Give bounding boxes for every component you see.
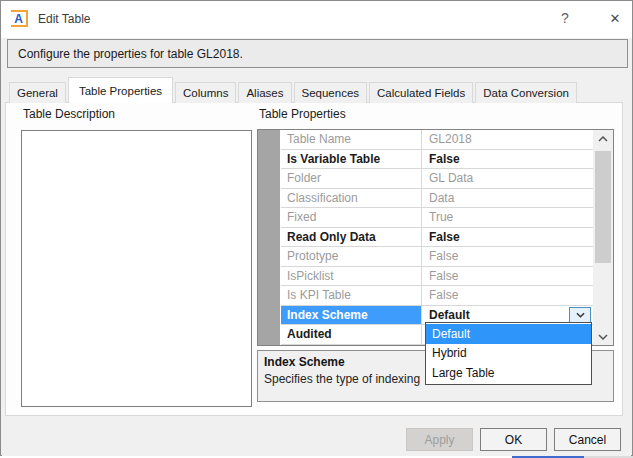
scroll-up-icon[interactable] xyxy=(593,130,613,147)
close-icon[interactable]: ✕ xyxy=(599,1,631,35)
info-text: Configure the properties for table GL201… xyxy=(18,47,243,61)
property-row-is-variable-table[interactable]: Is Variable TableFalse xyxy=(281,150,593,170)
property-value: False xyxy=(422,247,593,266)
scrollbar-thumb[interactable] xyxy=(595,151,611,263)
property-row-classification: ClassificationData xyxy=(281,189,593,209)
cancel-button[interactable]: Cancel xyxy=(554,428,621,451)
property-name: Audited xyxy=(281,325,422,344)
property-row-folder: FolderGL Data xyxy=(281,169,593,189)
property-name: Is Variable Table xyxy=(281,150,422,169)
property-value[interactable]: False xyxy=(422,150,593,169)
property-name: IsPicklist xyxy=(281,267,422,286)
property-name: Table Name xyxy=(281,130,422,149)
tab-aliases[interactable]: Aliases xyxy=(238,82,291,103)
table-properties-label: Table Properties xyxy=(259,107,346,121)
property-row-read-only-data[interactable]: Read Only DataFalse xyxy=(281,228,593,248)
property-value: False xyxy=(422,286,593,305)
property-name: Folder xyxy=(281,169,422,188)
property-value: True xyxy=(422,208,593,227)
title-bar[interactable]: A Edit Table ? ✕ xyxy=(1,1,632,38)
property-name: Classification xyxy=(281,189,422,208)
property-name: Is KPI Table xyxy=(281,286,422,305)
property-name: Prototype xyxy=(281,247,422,266)
property-name: Index Scheme xyxy=(281,306,422,325)
table-description-input[interactable] xyxy=(21,130,252,407)
tab-general[interactable]: General xyxy=(9,82,66,103)
property-row-fixed: FixedTrue xyxy=(281,208,593,228)
property-value: Data xyxy=(422,189,593,208)
tab-columns[interactable]: Columns xyxy=(175,82,236,103)
dropdown-option-hybrid[interactable]: Hybrid xyxy=(426,344,591,364)
combo-chevron-down-icon[interactable] xyxy=(569,307,591,323)
app-icon: A xyxy=(11,10,28,27)
property-value: GL2018 xyxy=(422,130,593,149)
tab-calculated-fields[interactable]: Calculated Fields xyxy=(369,82,473,103)
button-bar: Apply OK Cancel xyxy=(2,416,631,456)
property-grid: Table NameGL2018Is Variable TableFalseFo… xyxy=(257,129,614,346)
property-value: GL Data xyxy=(422,169,593,188)
property-grid-scrollbar[interactable] xyxy=(593,130,613,345)
scroll-down-icon[interactable] xyxy=(593,328,613,345)
tab-data-conversion[interactable]: Data Conversion xyxy=(475,82,577,103)
property-row-is-kpi-table: Is KPI TableFalse xyxy=(281,286,593,306)
ok-button[interactable]: OK xyxy=(480,428,547,451)
window-title: Edit Table xyxy=(38,1,90,36)
property-grid-gutter xyxy=(258,130,281,345)
dropdown-option-default[interactable]: Default xyxy=(426,324,591,344)
table-description-label: Table Description xyxy=(23,107,115,121)
apply-button: Apply xyxy=(406,428,473,451)
property-row-ispicklist: IsPicklistFalse xyxy=(281,267,593,287)
tab-sequences[interactable]: Sequences xyxy=(294,82,368,103)
screen: A Edit Table ? ✕ Configure the propertie… xyxy=(0,0,633,458)
tab-table-properties[interactable]: Table Properties xyxy=(68,77,173,103)
index-scheme-dropdown-list: DefaultHybridLarge Table xyxy=(425,322,592,385)
property-name: Fixed xyxy=(281,208,422,227)
property-name: Read Only Data xyxy=(281,228,422,247)
edit-table-dialog: A Edit Table ? ✕ Configure the propertie… xyxy=(0,0,633,456)
info-bar: Configure the properties for table GL201… xyxy=(7,39,628,68)
property-row-prototype: PrototypeFalse xyxy=(281,247,593,267)
help-button[interactable]: ? xyxy=(549,1,581,35)
tab-strip: GeneralTable PropertiesColumnsAliasesSeq… xyxy=(9,77,579,103)
property-row-table-name: Table NameGL2018 xyxy=(281,130,593,150)
property-value: False xyxy=(422,267,593,286)
property-value[interactable]: False xyxy=(422,228,593,247)
dropdown-option-large-table[interactable]: Large Table xyxy=(426,363,591,383)
property-grid-rows: Table NameGL2018Is Variable TableFalseFo… xyxy=(281,130,593,345)
